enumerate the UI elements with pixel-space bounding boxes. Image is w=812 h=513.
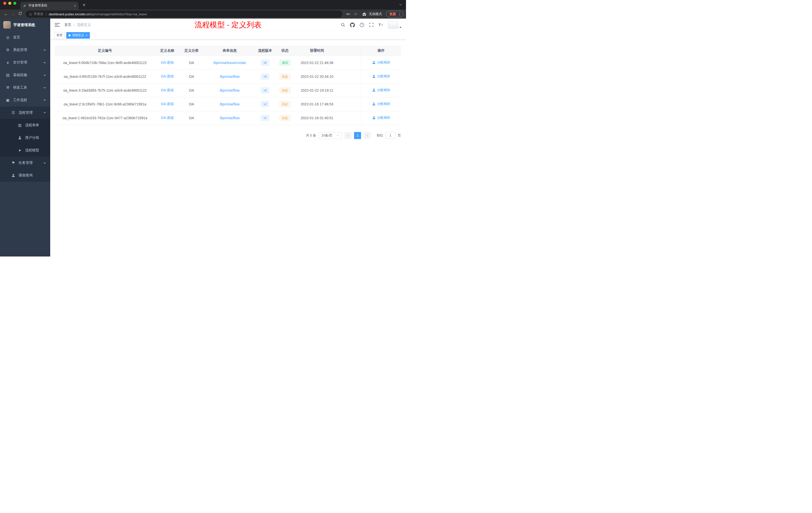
sidebar-logo[interactable]: 芋道管理系统 [0,19,50,31]
sidebar-item-infrastructure[interactable]: ▤基础设施 [0,69,50,81]
form-icon: ▥ [18,123,22,127]
chevron-up-icon [43,111,46,114]
cell-status: 挂起 [275,97,295,111]
sidebar-item-system[interactable]: ⚙系统管理 [0,44,50,56]
cell-filler [339,97,361,111]
sidebar-item-task-mgmt[interactable]: ⚑任务管理 [0,157,50,169]
table-row: oa_leave:1:482ec033-762a-11ec-8477-a2380… [55,111,401,125]
search-icon[interactable] [341,23,345,27]
sidebar-item-user-group[interactable]: 用户分组 [0,131,50,144]
definition-name-link[interactable]: OA 请假 [161,102,174,106]
zoom-window-button[interactable] [13,2,16,5]
tag-close-icon[interactable]: × [86,34,88,37]
assign-rule-link[interactable]: 分配规则 [372,116,390,120]
assign-rule-link[interactable]: 分配规则 [372,74,390,79]
prev-page-button[interactable] [345,132,351,139]
bookmark-star-icon[interactable]: ☆ [354,12,357,16]
breadcrumb-home[interactable]: 首页 [64,23,71,27]
sidebar-item-process-model[interactable]: ➤流程模型 [0,144,50,157]
cell-actions: 分配规则 [361,56,401,69]
tag-process-definition[interactable]: 流程定义× [66,32,90,39]
user-avatar-menu[interactable] [388,21,402,29]
key-icon[interactable] [346,12,350,16]
page-annotation: 流程模型 - 定义列表 [195,20,262,30]
form-link[interactable]: /bpm/oa/flow [220,102,239,106]
assign-rule-link[interactable]: 分配规则 [372,88,390,92]
url-path: /bpm/manager/definition?key=oa_leave [90,12,147,16]
definition-name-link[interactable]: OA 请假 [161,88,174,92]
browser-menu-icon[interactable]: ⋮ [398,12,402,16]
table-header: 定义编号定义名称定义分类表单信息流程版本状态部署时间操作 [55,46,401,56]
forward-button[interactable]: → [9,11,17,17]
form-link[interactable]: /bpm/oa/flow [220,74,239,79]
next-page-button[interactable] [364,132,371,139]
reload-button[interactable] [17,11,24,17]
browser-tab[interactable]: 芋道管理系统 × [20,2,79,9]
tag-home[interactable]: 首页× [54,32,65,39]
breadcrumb: 首页 / 流程定义 [64,23,91,27]
navbar-actions: ? TT [341,21,402,29]
help-icon[interactable]: ? [359,23,364,27]
sidebar-item-devtools[interactable]: ⚒研发工具 [0,81,50,94]
cell-form-info: /bpm/oa/flow [204,69,256,83]
status-badge: 挂起 [280,115,290,121]
main-panel: 首页 / 流程定义 流程模型 - 定义列表 ? [50,19,406,256]
fullscreen-icon[interactable] [369,23,374,27]
security-warning-icon: ⚠ [29,12,32,16]
status-badge: 激活 [280,60,290,66]
cell-filler [339,56,361,69]
menu-label: 用户分组 [25,135,39,140]
form-link[interactable]: /bpm/oa/flow [220,88,239,92]
sidebar-item-leave-query[interactable]: 请假查询 [0,169,50,182]
cell-form-info: /bpm/oa/flow [204,83,256,97]
assign-rule-link[interactable]: 分配规则 [372,102,390,106]
assign-rule-link[interactable]: 分配规则 [372,60,390,65]
status-badge: 挂起 [280,101,290,107]
breadcrumb-current: 流程定义 [77,23,91,27]
cell-deploy-time: 2022-01-22 20:34:10 [295,69,339,83]
sidebar-item-workflow[interactable]: ▣工作流程 [0,94,50,107]
cell-definition-name: OA 请假 [155,83,179,97]
cell-status: 挂起 [275,83,295,97]
cell-actions: 分配规则 [361,97,401,111]
tools-icon: ⚒ [5,85,10,90]
form-link[interactable]: /bpm/oa/flow [220,116,239,120]
font-size-icon[interactable]: TT [378,23,383,27]
hamburger-icon[interactable] [55,23,60,27]
new-tab-button[interactable]: + [83,2,86,8]
definition-name-link[interactable]: OA 请假 [161,74,174,78]
definition-name-link[interactable]: OA 请假 [161,116,174,120]
cell-version: v1 [256,111,275,125]
back-button[interactable]: ← [2,11,9,17]
minimize-window-button[interactable] [8,2,11,5]
menu-label: 基础设施 [13,73,27,77]
jump-page-input[interactable] [385,132,396,139]
definition-name-link[interactable]: OA 请假 [161,60,174,64]
column-header: 表单信息 [204,46,256,56]
column-header: 定义名称 [155,46,179,56]
cell-filler [339,83,361,97]
tab-close-icon[interactable]: × [74,4,76,7]
sidebar-item-home[interactable]: ◎首页 [0,31,50,44]
tab-search-chevron-icon[interactable] [399,2,402,7]
sidebar-item-process-form[interactable]: ▥流程表单 [0,119,50,131]
version-badge: v4 [261,73,269,80]
cell-definition-name: OA 请假 [155,111,179,125]
sidebar-item-process-mgmt[interactable]: ☰流程管理 [0,107,50,119]
cell-category: OA [179,69,204,83]
address-bar[interactable]: ⚠ 不安全 | dashboard.yudao.iocoder.cn /bpm/… [26,10,342,18]
close-window-button[interactable] [3,2,6,5]
task-icon: ⚑ [11,161,16,165]
page-number-button[interactable]: 1 [354,132,361,139]
form-link[interactable]: /bpm/oa/leave/create [213,61,246,65]
chevron-down-icon [43,61,46,64]
browser-update-chip[interactable]: 更新 ⋮ [386,11,404,17]
table-body: oa_leave:5:004b710b-7b8a-11ec-8ef0-acde4… [55,56,401,125]
cell-category: OA [179,56,204,69]
breadcrumb-separator: / [74,23,75,27]
page-size-select[interactable]: 10条/页 [319,132,342,139]
sidebar: 芋道管理系统 ◎首页⚙系统管理¥支付管理▤基础设施⚒研发工具▣工作流程☰流程管理… [0,19,50,256]
cell-status: 挂起 [275,111,295,125]
github-icon[interactable] [350,23,355,27]
sidebar-item-payment[interactable]: ¥支付管理 [0,56,50,69]
